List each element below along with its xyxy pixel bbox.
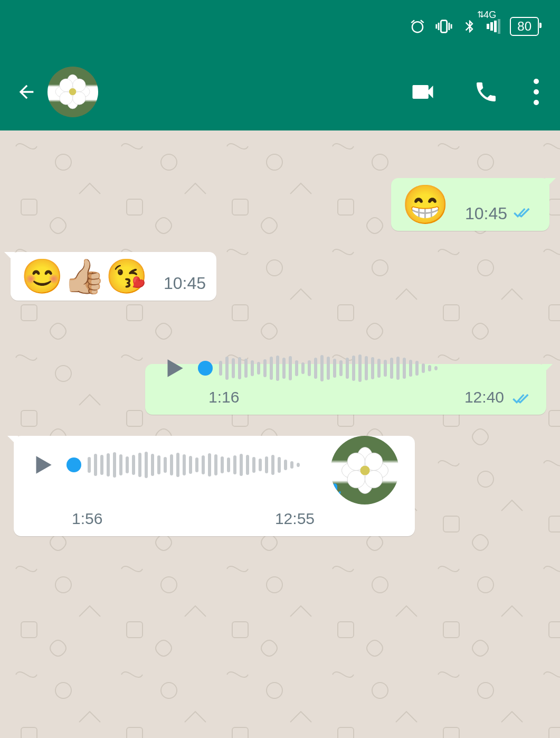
voice-call-button[interactable] [470, 76, 502, 108]
battery-indicator: 80 [510, 17, 539, 36]
sender-avatar [330, 436, 399, 505]
bluetooth-icon [462, 18, 477, 35]
read-receipt-icon [511, 393, 530, 407]
incoming-message[interactable]: 😊👍🏼😘 10:45 [11, 252, 216, 301]
svg-point-9 [69, 88, 76, 95]
alarm-icon [410, 18, 425, 34]
message-time: 10:45 [465, 204, 507, 223]
svg-rect-0 [441, 21, 447, 33]
voice-duration: 1:16 [208, 388, 239, 406]
outgoing-message[interactable]: 😁 10:45 [391, 178, 549, 231]
chat-area[interactable]: 😁 10:45 😊👍🏼😘 10:45 1:16 12:40 [0, 130, 560, 738]
more-options-button[interactable] [534, 79, 539, 105]
signal-icon: ⇅ 4G [487, 19, 500, 34]
message-emoji: 😊👍🏼😘 [21, 259, 148, 293]
message-time: 12:40 [464, 388, 504, 406]
contact-avatar[interactable] [48, 67, 98, 117]
mic-icon [330, 482, 345, 505]
incoming-voice-message[interactable]: 1:56 12:55 [14, 436, 415, 536]
app-bar [0, 53, 560, 130]
playback-position[interactable] [198, 361, 213, 376]
play-button[interactable] [30, 452, 56, 478]
status-bar: ⇅ 4G 80 [0, 0, 560, 53]
read-receipt-icon [512, 207, 531, 221]
waveform[interactable] [219, 353, 530, 383]
play-button[interactable] [161, 355, 187, 381]
message-time: 12:55 [275, 510, 315, 528]
playback-position[interactable] [67, 457, 81, 472]
waveform[interactable] [88, 450, 309, 480]
header: ⇅ 4G 80 [0, 0, 560, 130]
outgoing-voice-message[interactable]: 1:16 12:40 [145, 364, 546, 415]
vibrate-icon [435, 17, 453, 35]
video-call-button[interactable] [407, 76, 439, 108]
message-time: 10:45 [164, 274, 206, 293]
voice-duration: 1:56 [72, 510, 102, 528]
message-emoji: 😁 [402, 185, 449, 223]
back-button[interactable] [16, 81, 37, 102]
svg-point-18 [360, 465, 369, 475]
